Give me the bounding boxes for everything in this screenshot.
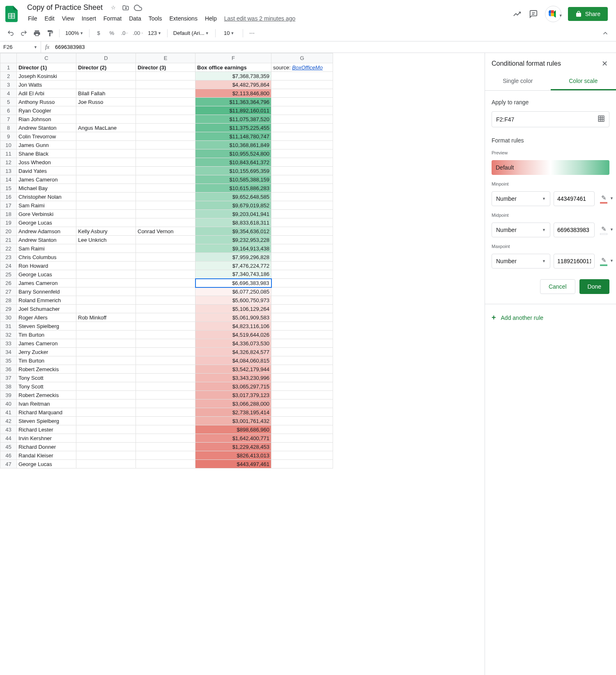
cell-G6[interactable] bbox=[271, 106, 333, 115]
cell-D31[interactable] bbox=[76, 322, 136, 331]
cell-D4[interactable]: Bilall Fallah bbox=[76, 89, 136, 98]
cell-D19[interactable] bbox=[76, 218, 136, 227]
cell-D9[interactable] bbox=[76, 132, 136, 141]
row-header-33[interactable]: 33 bbox=[0, 339, 17, 348]
cell-D37[interactable] bbox=[76, 374, 136, 382]
row-header-24[interactable]: 24 bbox=[0, 262, 17, 270]
cell-E47[interactable] bbox=[136, 460, 195, 468]
cell-D23[interactable] bbox=[76, 253, 136, 262]
cell-C25[interactable]: George Lucas bbox=[17, 270, 76, 279]
cell-C19[interactable]: George Lucas bbox=[17, 218, 76, 227]
cell-G28[interactable] bbox=[271, 296, 333, 305]
cell-E11[interactable] bbox=[136, 149, 195, 158]
row-header-1[interactable]: 1 bbox=[0, 63, 17, 72]
row-header-12[interactable]: 12 bbox=[0, 158, 17, 167]
cell-E20[interactable]: Conrad Vernon bbox=[136, 227, 195, 236]
cell-F10[interactable]: $10,368,861,849 bbox=[195, 141, 271, 149]
cell-C29[interactable]: Joel Schumacher bbox=[17, 305, 76, 313]
cell-C38[interactable]: Tony Scott bbox=[17, 382, 76, 391]
cell-G29[interactable] bbox=[271, 305, 333, 313]
cell-F25[interactable]: $7,340,743,186 bbox=[195, 270, 271, 279]
cell-D35[interactable] bbox=[76, 356, 136, 365]
row-header-6[interactable]: 6 bbox=[0, 106, 17, 115]
share-button[interactable]: Share bbox=[568, 7, 608, 21]
cell-G16[interactable] bbox=[271, 193, 333, 201]
menu-data[interactable]: Data bbox=[126, 14, 145, 23]
cell-C22[interactable]: Sam Raimi bbox=[17, 244, 76, 253]
cell-D26[interactable] bbox=[76, 279, 136, 287]
cell-F27[interactable]: $6,077,250,085 bbox=[195, 287, 271, 296]
cell-E28[interactable] bbox=[136, 296, 195, 305]
cell-D16[interactable] bbox=[76, 193, 136, 201]
menu-file[interactable]: File bbox=[25, 14, 41, 23]
cell-F7[interactable]: $11,075,387,520 bbox=[195, 115, 271, 124]
row-header-15[interactable]: 15 bbox=[0, 184, 17, 193]
cell-E33[interactable] bbox=[136, 339, 195, 348]
cell-F30[interactable]: $5,061,909,583 bbox=[195, 313, 271, 322]
cell-E6[interactable] bbox=[136, 106, 195, 115]
cell-G26[interactable] bbox=[271, 279, 333, 287]
cell-E3[interactable] bbox=[136, 80, 195, 89]
cell-E45[interactable] bbox=[136, 443, 195, 451]
maxpoint-color-button[interactable]: ✎▼ bbox=[598, 257, 609, 266]
row-header-39[interactable]: 39 bbox=[0, 391, 17, 399]
row-header-32[interactable]: 32 bbox=[0, 331, 17, 339]
cell-G9[interactable] bbox=[271, 132, 333, 141]
cell-C13[interactable]: David Yates bbox=[17, 167, 76, 175]
cell-F23[interactable]: $7,959,296,828 bbox=[195, 253, 271, 262]
cell-E17[interactable] bbox=[136, 201, 195, 210]
cell-D17[interactable] bbox=[76, 201, 136, 210]
cell-C8[interactable]: Andrew Stanton bbox=[17, 124, 76, 132]
cell-D1[interactable]: Director (2) bbox=[76, 63, 136, 72]
cell-C27[interactable]: Barry Sonnenfeld bbox=[17, 287, 76, 296]
cell-D11[interactable] bbox=[76, 149, 136, 158]
cell-F4[interactable]: $2,113,846,800 bbox=[195, 89, 271, 98]
row-header-47[interactable]: 47 bbox=[0, 460, 17, 468]
row-header-14[interactable]: 14 bbox=[0, 175, 17, 184]
cell-C10[interactable]: James Gunn bbox=[17, 141, 76, 149]
cell-G39[interactable] bbox=[271, 391, 333, 399]
increase-decimal-button[interactable]: .00→ bbox=[132, 28, 144, 39]
cell-C43[interactable]: Richard Lester bbox=[17, 425, 76, 434]
cell-F16[interactable]: $9,652,648,585 bbox=[195, 193, 271, 201]
cell-C34[interactable]: Jerry Zucker bbox=[17, 348, 76, 356]
cell-C33[interactable]: James Cameron bbox=[17, 339, 76, 348]
cell-G35[interactable] bbox=[271, 356, 333, 365]
midpoint-type-select[interactable]: Number▼ bbox=[492, 223, 550, 237]
cell-D46[interactable] bbox=[76, 451, 136, 460]
add-rule-button[interactable]: + Add another rule bbox=[492, 312, 609, 324]
cell-D33[interactable] bbox=[76, 339, 136, 348]
cell-D41[interactable] bbox=[76, 408, 136, 417]
cell-D6[interactable] bbox=[76, 106, 136, 115]
row-header-36[interactable]: 36 bbox=[0, 365, 17, 374]
cell-D14[interactable] bbox=[76, 175, 136, 184]
row-header-27[interactable]: 27 bbox=[0, 287, 17, 296]
cell-C30[interactable]: Roger Allers bbox=[17, 313, 76, 322]
col-header-F[interactable]: F bbox=[195, 53, 271, 63]
row-header-21[interactable]: 21 bbox=[0, 236, 17, 244]
currency-button[interactable]: $ bbox=[93, 28, 104, 39]
sheets-logo[interactable] bbox=[3, 6, 20, 22]
cell-G18[interactable] bbox=[271, 210, 333, 218]
cell-D39[interactable] bbox=[76, 391, 136, 399]
row-header-34[interactable]: 34 bbox=[0, 348, 17, 356]
cell-C44[interactable]: Irvin Kershner bbox=[17, 434, 76, 443]
row-header-11[interactable]: 11 bbox=[0, 149, 17, 158]
minpoint-value-input[interactable] bbox=[554, 191, 595, 206]
cell-C32[interactable]: Tim Burton bbox=[17, 331, 76, 339]
cell-E35[interactable] bbox=[136, 356, 195, 365]
cell-G1[interactable]: source: BoxOfficeMo bbox=[271, 63, 333, 72]
row-header-19[interactable]: 19 bbox=[0, 218, 17, 227]
cell-C24[interactable]: Ron Howard bbox=[17, 262, 76, 270]
cell-E25[interactable] bbox=[136, 270, 195, 279]
cell-C6[interactable]: Ryan Coogler bbox=[17, 106, 76, 115]
cell-D22[interactable] bbox=[76, 244, 136, 253]
cell-F6[interactable]: $11,892,160,011 bbox=[195, 106, 271, 115]
cell-C42[interactable]: Steven Spielberg bbox=[17, 417, 76, 425]
cell-C45[interactable]: Richard Donner bbox=[17, 443, 76, 451]
cell-E27[interactable] bbox=[136, 287, 195, 296]
cell-E29[interactable] bbox=[136, 305, 195, 313]
row-header-35[interactable]: 35 bbox=[0, 356, 17, 365]
cell-F29[interactable]: $5,106,129,264 bbox=[195, 305, 271, 313]
cell-E39[interactable] bbox=[136, 391, 195, 399]
